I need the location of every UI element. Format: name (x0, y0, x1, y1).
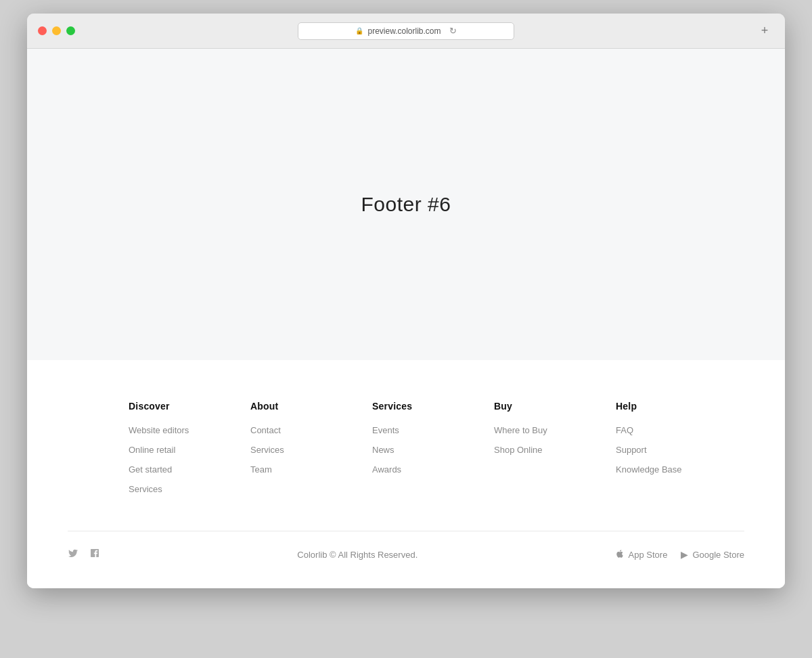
footer-link-team[interactable]: Team (250, 464, 318, 475)
store-links: App Store ▶ Google Store (615, 549, 744, 561)
google-store-link[interactable]: ▶ Google Store (681, 549, 744, 560)
minimize-button[interactable] (52, 26, 61, 35)
footer-link-awards[interactable]: Awards (372, 464, 440, 475)
play-icon: ▶ (681, 549, 688, 560)
footer-link-where-to-buy[interactable]: Where to Buy (494, 425, 562, 435)
social-links (68, 548, 100, 561)
footer-link-website-editors[interactable]: Website editors (129, 425, 196, 435)
url-text: preview.colorlib.com (367, 26, 441, 36)
footer-link-online-retail[interactable]: Online retail (129, 445, 196, 455)
app-store-label: App Store (629, 550, 668, 560)
twitter-link[interactable] (68, 548, 78, 561)
maximize-button[interactable] (66, 26, 75, 35)
browser-chrome: 🔒 preview.colorlib.com ↻ + (27, 14, 785, 49)
footer-col-title-about: About (250, 401, 318, 412)
footer-col-help: Help FAQ Support Knowledge Base (616, 401, 683, 504)
main-section: Footer #6 (27, 49, 785, 360)
footer-link-news[interactable]: News (372, 445, 440, 455)
footer-col-buy: Buy Where to Buy Shop Online (494, 401, 562, 504)
app-store-link[interactable]: App Store (615, 549, 668, 561)
footer-link-shop-online[interactable]: Shop Online (494, 445, 562, 455)
address-bar[interactable]: 🔒 preview.colorlib.com ↻ (298, 22, 514, 40)
apple-icon (615, 549, 625, 561)
browser-window: 🔒 preview.colorlib.com ↻ + Footer #6 Dis… (27, 14, 785, 588)
twitter-icon (68, 548, 78, 558)
footer-link-events[interactable]: Events (372, 425, 440, 435)
footer-col-title-discover: Discover (129, 401, 196, 412)
footer-col-title-services: Services (372, 401, 440, 412)
traffic-lights (38, 26, 75, 35)
footer-link-support[interactable]: Support (616, 445, 683, 455)
footer-link-about-services[interactable]: Services (250, 445, 318, 455)
copyright-text: Colorlib © All Rights Reserved. (297, 550, 418, 560)
page-title: Footer #6 (361, 193, 451, 216)
footer-col-services: Services Events News Awards (372, 401, 440, 504)
footer-nav: Discover Website editors Online retail G… (27, 401, 785, 531)
lock-icon: 🔒 (355, 27, 363, 35)
page-content: Footer #6 Discover Website editors Onlin… (27, 49, 785, 588)
new-tab-button[interactable]: + (755, 22, 774, 41)
footer-link-knowledge-base[interactable]: Knowledge Base (616, 464, 683, 475)
footer-bottom: Colorlib © All Rights Reserved. App Stor… (27, 531, 785, 588)
footer-link-faq[interactable]: FAQ (616, 425, 683, 435)
footer-col-title-buy: Buy (494, 401, 562, 412)
footer-col-about: About Contact Services Team (250, 401, 318, 504)
footer-link-contact[interactable]: Contact (250, 425, 318, 435)
facebook-icon (89, 548, 100, 558)
reload-button[interactable]: ↻ (449, 26, 457, 36)
google-store-label: Google Store (692, 550, 744, 560)
footer-section: Discover Website editors Online retail G… (27, 360, 785, 588)
facebook-link[interactable] (89, 548, 100, 561)
footer-col-title-help: Help (616, 401, 683, 412)
footer-link-discover-services[interactable]: Services (129, 484, 196, 494)
footer-col-discover: Discover Website editors Online retail G… (129, 401, 196, 504)
footer-link-get-started[interactable]: Get started (129, 464, 196, 475)
close-button[interactable] (38, 26, 47, 35)
